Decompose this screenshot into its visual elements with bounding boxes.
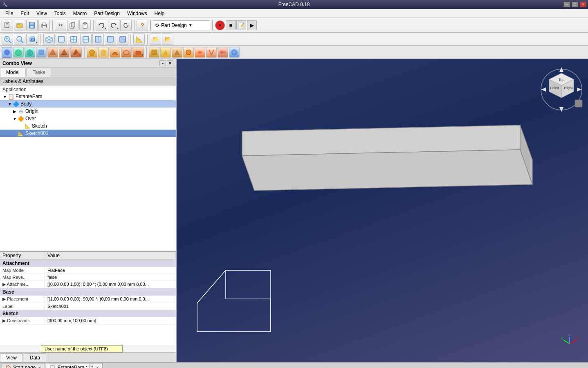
doc-tab-main-close[interactable]: ✕	[96, 366, 99, 368]
bottom-tab-view[interactable]: View	[0, 353, 23, 362]
tree-item-origin[interactable]: ▶ ⊕ Origin	[0, 108, 176, 115]
save-button[interactable]	[26, 20, 38, 31]
tree-item-over[interactable]: ▼ 🔶 Over	[0, 115, 176, 122]
tree-spacer-sketch001: ▶	[12, 131, 17, 136]
menu-file[interactable]: File	[2, 9, 17, 18]
sk-btn-8[interactable]	[172, 47, 182, 58]
doc-tab-start-close[interactable]: ✕	[38, 366, 41, 368]
pd-btn-6[interactable]	[59, 47, 70, 58]
svg-marker-69	[559, 67, 563, 72]
tree-toggle-estantepara[interactable]: ▼	[2, 94, 7, 99]
props-section-attachment: Attachment	[0, 260, 176, 267]
pd-btn-3[interactable]	[25, 47, 35, 58]
tab-tasks[interactable]: Tasks	[27, 68, 52, 77]
view-left-button[interactable]	[92, 34, 104, 45]
doc-tab-main-label: EstantePara : 1*	[57, 365, 93, 368]
pd-btn-7[interactable]: ▾	[70, 47, 82, 58]
combo-close-button[interactable]: ✕	[167, 61, 173, 66]
menu-view[interactable]: View	[33, 9, 51, 18]
pd-btn-4[interactable]	[36, 47, 47, 58]
menu-edit[interactable]: Edit	[17, 9, 33, 18]
measure-button[interactable]: 📐	[133, 34, 145, 45]
zoom-all-button[interactable]	[2, 34, 13, 45]
prop-row-constraints[interactable]: ▶ Constraints [300,00 mm;100,00 mm]	[0, 317, 176, 325]
tree-item-body[interactable]: ▼ 🔷 Body	[0, 100, 176, 108]
sk-btn-13[interactable]	[229, 47, 240, 58]
menu-help[interactable]: Help	[151, 9, 168, 18]
print-button[interactable]	[38, 20, 50, 31]
sk-btn-6[interactable]	[149, 47, 159, 58]
folder1-button[interactable]: 📁	[150, 34, 161, 45]
sk-btn-9[interactable]	[183, 47, 194, 58]
menu-macro[interactable]: Macro	[70, 9, 90, 18]
maximize-button[interactable]: □	[572, 2, 578, 7]
menu-windows[interactable]: Windows	[123, 9, 151, 18]
svg-marker-54	[163, 50, 168, 55]
doc-tab-start[interactable]: 🏠 Start page ✕	[2, 363, 45, 368]
view-right-button[interactable]	[80, 34, 92, 45]
record-button[interactable]: ●	[215, 20, 225, 30]
play-button[interactable]: ▶	[247, 20, 257, 30]
nav-cube[interactable]: Top Front Right	[539, 63, 584, 116]
svg-rect-53	[152, 50, 157, 55]
sk-btn-11[interactable]	[206, 47, 217, 58]
view-iso-button[interactable]	[43, 34, 55, 45]
prop-row-placement[interactable]: ▶ Placement [(1,00 0,00 0,00); 90,00 °; …	[0, 296, 176, 303]
cut-button[interactable]: ✂	[55, 20, 66, 31]
pd-btn-5[interactable]	[47, 47, 58, 58]
zoom-in-button[interactable]	[14, 34, 25, 45]
tree-toggle-over[interactable]: ▼	[12, 117, 17, 121]
view-bottom-button[interactable]	[105, 34, 116, 45]
open-button[interactable]	[14, 20, 25, 31]
doc-tab-main[interactable]: 📋 EstantePara : 1* ✕	[46, 363, 102, 368]
script-button[interactable]: 📝	[236, 20, 246, 30]
prop-name-attachment: ▶ Attachme...	[0, 281, 45, 288]
combo-restore-button[interactable]: ▪	[159, 61, 166, 66]
tree-item-sketch001[interactable]: ▶ 📐 Sketch001	[0, 130, 176, 137]
new-button[interactable]	[2, 20, 13, 31]
help-button[interactable]: ?	[137, 20, 148, 31]
folder2-button[interactable]: 📂	[162, 34, 173, 45]
sk-btn-5[interactable]: ▾	[132, 47, 144, 58]
sk-btn-3[interactable]	[110, 47, 120, 58]
tree-toggle-origin[interactable]: ▶	[12, 109, 17, 114]
workbench-dropdown[interactable]: ⚙ Part Design ▼	[153, 20, 210, 30]
bottom-tab-data[interactable]: Data	[24, 353, 46, 362]
pd-btn-2[interactable]	[13, 47, 24, 58]
copy-button[interactable]	[67, 20, 79, 31]
menu-part-design[interactable]: Part Design	[90, 9, 123, 18]
undo-button[interactable]: ▾	[96, 20, 107, 31]
tree-item-estantepara[interactable]: ▼ 📋 EstantePara	[0, 93, 176, 100]
sk-btn-2[interactable]	[98, 47, 109, 58]
sk-btn-1[interactable]	[87, 47, 97, 58]
svg-text:Front: Front	[550, 86, 559, 90]
minimize-button[interactable]: ─	[563, 2, 570, 7]
view-3d-button[interactable]: 3D ▾	[26, 34, 38, 45]
tree-icon-body: 🔷	[12, 101, 20, 107]
close-button[interactable]: ✕	[580, 2, 586, 7]
sk-btn-4[interactable]	[121, 47, 132, 58]
refresh-button[interactable]	[120, 20, 132, 31]
prop-row-attachment[interactable]: ▶ Attachme... [(0,00 0,00 1,00); 0,00 °;…	[0, 281, 176, 288]
svg-rect-27	[58, 36, 64, 42]
tree-toggle-body[interactable]: ▼	[7, 102, 12, 106]
redo-button[interactable]: ▾	[108, 20, 119, 31]
view-back-button[interactable]	[117, 34, 128, 45]
paste-button[interactable]	[79, 20, 91, 31]
viewport[interactable]: Top Front Right X Y Z	[177, 59, 588, 362]
separator-v3	[147, 34, 148, 45]
tab-model[interactable]: Model	[0, 68, 26, 77]
sk-btn-10[interactable]	[195, 47, 205, 58]
prop-row-label[interactable]: Label Sketch001	[0, 303, 176, 310]
menu-tools[interactable]: Tools	[51, 9, 70, 18]
tree-item-sketch[interactable]: ▶ 📐 Sketch	[0, 122, 176, 130]
tree-spacer-sketch: ▶	[19, 124, 24, 128]
view-top-button[interactable]	[68, 34, 79, 45]
prop-row-mapmode[interactable]: Map Mode FlatFace	[0, 267, 176, 274]
prop-row-mapreve[interactable]: Map Reve... false	[0, 274, 176, 281]
stop-button[interactable]: ■	[226, 20, 236, 30]
sk-btn-12[interactable]	[218, 47, 228, 58]
view-front-button[interactable]	[56, 34, 67, 45]
pd-btn-1[interactable]	[2, 47, 12, 58]
sk-btn-7[interactable]	[160, 47, 171, 58]
